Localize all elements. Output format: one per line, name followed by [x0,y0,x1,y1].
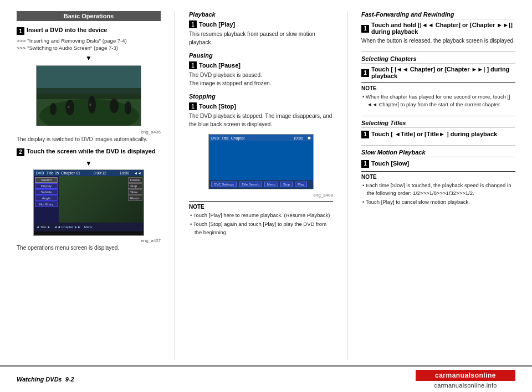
dvd-btn-search[interactable]: Search [35,177,58,183]
left-column: Basic Operations 1 Insert a DVD into the… [17,11,161,360]
dvd-nav-chapter: ◄◄ Chapter ►► [54,225,80,229]
step1-sub2: >>> "Switching to Audio Screen" (page 7-… [17,44,161,51]
stopping-note-label: NOTE [189,204,333,210]
img2-desc: The operations menu screen is displayed. [17,244,161,252]
wm-red-strip: carmanualsonline [416,370,515,381]
stopping-section: Stopping 1 Touch [Stop] The DVD playback… [189,93,333,128]
step1-badge: 1 [17,27,24,35]
blue-btn-dvcsettings[interactable]: DVC Settings [211,182,237,187]
dvd-video-area: Pause Stop Slow Return [59,176,144,223]
stopping-title: Stopping [189,93,333,100]
playback-step-text: Touch [Play] [199,21,235,28]
stopping-step-text: Touch [Stop] [199,103,236,110]
divider-1 [361,51,515,52]
sc-step-text: Touch [ |◄◄ Chapter] or [Chapter ►►| ] d… [371,66,515,79]
select-titles-heading: Selecting Titles [361,120,515,128]
select-titles-step: 1 Touch [ ◄Title] or [Title► ] during pl… [361,130,515,138]
pausing-section: Pausing 1 Touch [Pause] The DVD playback… [189,52,333,87]
step1: 1 Insert a DVD into the device [17,27,161,35]
watermark: carmanualsonline carmanualsonline.info [416,370,515,389]
sm-note-2: • Touch [Play] to cancel slow motion pla… [361,198,515,206]
dvd-btn-pause[interactable]: Pause [128,177,142,183]
svg-point-6 [110,99,119,113]
fast-forward-section: Fast-Forwarding and Rewinding 1 Touch an… [361,11,515,45]
fast-forward-heading: Fast-Forwarding and Rewinding [361,11,515,19]
select-chapters-note-box: NOTE • When the chapter has played for o… [361,82,515,109]
mid-column: Playback 1 Touch [Play] This resumes pla… [189,11,333,360]
step1-text: Insert a DVD into the device [27,27,107,33]
arrow-down-2: ▼ [17,159,161,167]
dvd-title-info: Title 05 Chapter 01 [47,171,80,175]
blue-chapter-label: Chapter [231,136,245,140]
page-container: Basic Operations 1 Insert a DVD into the… [0,0,532,392]
content-area: Basic Operations 1 Insert a DVD into the… [0,0,532,365]
blue-disc-icon: ◼ [308,136,311,140]
sm-note-label: NOTE [361,174,515,180]
pausing-badge: 1 [189,61,197,69]
blue-btn-titlesearch[interactable]: Title Search [239,182,262,187]
blue-screen-content [209,141,313,174]
dvd-btn-subtitle[interactable]: Subtitle [35,189,58,195]
svg-point-7 [50,103,57,115]
pausing-desc2: The image is stopped and frozen. [189,79,333,87]
stopping-step: 1 Touch [Stop] [189,102,333,110]
playback-title: Playback [189,11,333,18]
blue-time: 10:00 [293,136,303,140]
sc-note: • When the chapter has played for one se… [361,93,515,109]
pausing-step-text: Touch [Pause] [199,62,241,69]
blue-btn-play[interactable]: Play [295,182,307,187]
dvd-btn-noentry[interactable]: No. Entry [35,202,58,207]
slow-motion-heading: Slow Motion Playback [361,149,515,157]
fast-forward-step: 1 Touch and hold [|◄◄ Chapter] or [Chapt… [361,22,515,35]
separator-2 [347,11,347,360]
section-header: Basic Operations [17,11,161,21]
ff-step-text: Touch and hold [|◄◄ Chapter] or [Chapter… [371,22,515,35]
pausing-title: Pausing [189,52,333,59]
dvd-image-1: 5 6 [36,65,141,126]
dvd-btn-slow[interactable]: Slow [128,189,142,195]
sm-step-text: Touch [Slow] [371,160,409,167]
img1-caption: eng_a406 [17,130,161,135]
separator-1 [175,11,175,360]
blue-btn-stop[interactable]: Stop [280,182,293,187]
select-chapters-heading: Selecting Chapters [361,55,515,64]
step2: 2 Touch the screen while the DVD is disp… [17,148,161,156]
playback-section: Playback 1 Touch [Play] This resumes pla… [189,11,333,47]
dvd-btn-angle[interactable]: Angle [35,195,58,201]
svg-point-8 [125,101,131,115]
dvd-icon-1: ◄◄ [134,171,141,175]
step2-badge: 2 [17,148,24,156]
stopping-badge: 1 [189,102,197,110]
slow-motion-section: Slow Motion Playback 1 Touch [Slow] NOTE… [361,149,515,207]
blue-btn-menu[interactable]: Menu [264,182,278,187]
st-badge: 1 [361,131,369,138]
stopping-note-box: NOTE • Touch [Play] here to resume playb… [189,201,333,236]
arrow-down-1: ▼ [17,54,161,62]
divider-3 [361,145,515,146]
dvd-label: DVD [36,171,44,175]
slow-motion-step: 1 Touch [Slow] [361,159,515,168]
select-titles-section: Selecting Titles 1 Touch [ ◄Title] or [T… [361,120,515,138]
divider-2 [361,116,515,116]
dvd-time: 0:00:12 [94,171,106,175]
sc-note-label: NOTE [361,85,515,91]
select-chapters-step: 1 Touch [ |◄◄ Chapter] or [Chapter ►►| ]… [361,66,515,79]
wm-text: carmanualsonline [435,372,496,379]
img2-caption: eng_a407 [17,238,161,243]
footer-page: 9-2 [65,376,74,383]
blue-screen-top: DVD Title Chapter 10:00 ◼ [209,135,313,141]
dvd-nav-title: ◄ Title ► [36,225,50,229]
dvd-btn-display[interactable]: Display [35,183,58,189]
sm-badge: 1 [361,160,369,168]
select-chapters-section: Selecting Chapters 1 Touch [ |◄◄ Chapter… [361,55,515,109]
stopping-desc: The DVD playback is stopped. The image d… [189,112,333,128]
svg-rect-3 [37,88,141,99]
playback-badge: 1 [189,20,197,28]
sm-note-1: • Each time [Slow] is touched, the playb… [361,182,515,198]
dvd-sidebar: Search Display Subtitle Angle No. Entry [34,176,59,223]
sc-badge: 1 [361,69,369,77]
wm-url: carmanualsonline.info [434,382,497,389]
dvd-menu-bottom-bar: ◄ Title ► ◄◄ Chapter ►► Menu [34,223,144,231]
dvd-btn-return[interactable]: Return [128,195,142,201]
dvd-btn-stop[interactable]: Stop [128,183,142,189]
